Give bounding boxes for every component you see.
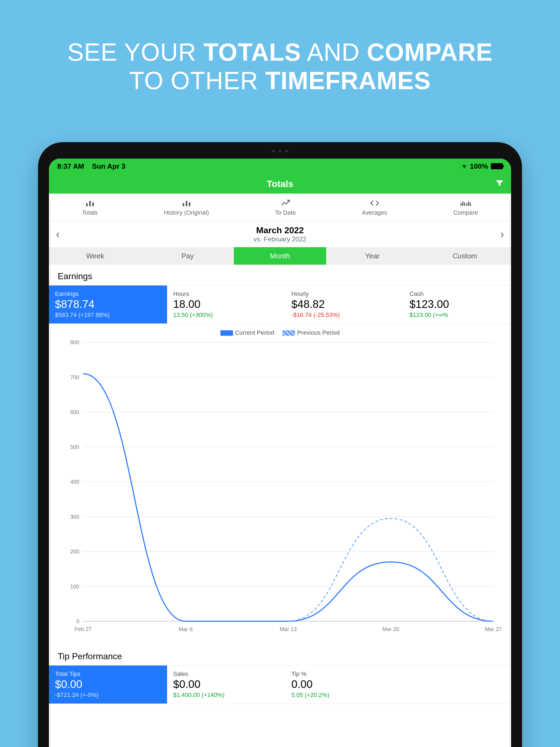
card-label: Hourly <box>291 290 397 298</box>
seg-custom[interactable]: Custom <box>418 247 511 265</box>
svg-rect-7 <box>462 201 463 206</box>
subtab-compare[interactable]: Compare <box>453 198 478 216</box>
card-value: $0.00 <box>55 678 161 690</box>
status-battery: 100% <box>470 162 488 171</box>
period-row: ‹ March 2022 vs. February 2022 › <box>49 221 511 247</box>
card-value: 0.00 <box>291 678 397 690</box>
card-value: $878.74 <box>55 298 161 310</box>
svg-rect-3 <box>183 203 184 206</box>
card-label: Tip % <box>291 670 397 677</box>
card-delta: 13.50 (+300%) <box>173 311 279 318</box>
segment-bar: Week Pay Month Year Custom <box>49 247 511 265</box>
card-tip-pct[interactable]: Tip % 0.00 5.05 (+20.2%) <box>285 666 403 703</box>
subtab-averages[interactable]: Averages <box>362 198 387 216</box>
svg-rect-0 <box>86 203 88 206</box>
legend-swatch-previous <box>282 330 295 336</box>
card-sales[interactable]: Sales $0.00 $1,400.00 (+140%) <box>167 666 285 703</box>
subtab-history[interactable]: History (Original) <box>164 198 209 216</box>
period-title: March 2022 <box>253 225 306 235</box>
card-value: $48.82 <box>291 298 397 310</box>
status-bar: 8:37 AM Sun Apr 3 100% <box>49 159 511 174</box>
card-cash[interactable]: Cash $123.00 $123.00 (+∞% <box>404 285 511 324</box>
battery-icon <box>491 163 503 169</box>
earnings-cards: Earnings $878.74 $583.74 (+197.88%) Hour… <box>49 285 511 324</box>
svg-rect-8 <box>464 202 465 206</box>
wifi-icon <box>461 163 467 169</box>
subtab-label: Compare <box>453 209 478 216</box>
card-label: Sales <box>173 670 279 677</box>
svg-text:Feb 27: Feb 27 <box>75 626 92 632</box>
svg-text:300: 300 <box>70 514 79 520</box>
period-subtitle: vs. February 2022 <box>253 235 306 243</box>
line-chart: 0100200300400500600700800Feb 27Mar 6Mar … <box>57 340 503 635</box>
svg-rect-10 <box>468 201 469 206</box>
code-icon <box>370 199 379 207</box>
compare-bars-icon <box>460 199 471 207</box>
card-hours[interactable]: Hours 18.00 13.50 (+300%) <box>167 285 285 324</box>
earnings-section-title: Earnings <box>49 265 511 285</box>
card-label: Earnings <box>55 290 161 298</box>
card-delta: $583.74 (+197.88%) <box>55 311 161 318</box>
page-title: Totals <box>266 179 294 189</box>
card-value: $0.00 <box>173 678 279 690</box>
card-delta: $1,400.00 (+140%) <box>173 692 279 699</box>
seg-year[interactable]: Year <box>326 247 418 265</box>
svg-text:Mar 27: Mar 27 <box>485 626 502 632</box>
tip-section-title: Tip Performance <box>49 645 511 665</box>
seg-month[interactable]: Month <box>234 247 326 265</box>
subtab-totals[interactable]: Totals <box>82 198 98 216</box>
legend-label-current: Current Period <box>235 329 274 336</box>
svg-text:600: 600 <box>70 409 79 415</box>
subtab-to-date[interactable]: To Date <box>275 198 296 216</box>
svg-text:200: 200 <box>70 548 79 555</box>
legend-swatch-current <box>221 330 233 336</box>
svg-text:800: 800 <box>70 340 79 345</box>
subtab-label: Totals <box>82 209 98 216</box>
legend-label-previous: Previous Period <box>297 329 339 336</box>
next-period-button[interactable]: › <box>501 228 504 240</box>
svg-text:Mar 20: Mar 20 <box>382 626 399 632</box>
card-label: Total Tips <box>55 670 161 677</box>
card-earnings[interactable]: Earnings $878.74 $583.74 (+197.88%) <box>49 285 167 324</box>
card-delta: -$16.74 (-25.53%) <box>291 311 397 318</box>
seg-week[interactable]: Week <box>49 247 142 265</box>
earnings-chart: Current Period Previous Period 010020030… <box>49 324 511 638</box>
status-time: 8:37 AM <box>57 162 84 170</box>
prev-period-button[interactable]: ‹ <box>56 228 59 240</box>
card-value: $123.00 <box>410 298 505 310</box>
svg-text:700: 700 <box>70 374 79 380</box>
chart-legend: Current Period Previous Period <box>57 329 503 336</box>
seg-pay[interactable]: Pay <box>142 247 234 265</box>
subtab-label: History (Original) <box>164 209 209 216</box>
subtab-bar: Totals History (Original) To Date Averag… <box>49 194 511 221</box>
svg-text:500: 500 <box>70 444 79 450</box>
card-total-tips[interactable]: Total Tips $0.00 -$721.24 (+-0%) <box>49 666 167 703</box>
svg-text:Mar 13: Mar 13 <box>280 626 297 632</box>
card-label: Cash <box>410 290 505 298</box>
status-date: Sun Apr 3 <box>92 162 126 170</box>
svg-rect-6 <box>460 203 462 206</box>
svg-rect-1 <box>89 201 91 206</box>
svg-text:400: 400 <box>70 479 79 485</box>
tip-cards: Total Tips $0.00 -$721.24 (+-0%) Sales $… <box>49 665 511 704</box>
svg-text:Mar 6: Mar 6 <box>179 626 193 632</box>
subtab-label: To Date <box>275 209 296 216</box>
card-label: Hours <box>173 290 279 298</box>
filter-button[interactable] <box>495 178 505 189</box>
funnel-icon <box>495 178 505 188</box>
card-value: 18.00 <box>173 298 279 310</box>
svg-text:100: 100 <box>70 584 79 590</box>
svg-rect-2 <box>92 202 94 206</box>
promo-headline: SEE YOUR TOTALS AND COMPARE TO OTHER TIM… <box>0 0 560 95</box>
svg-rect-9 <box>466 203 467 206</box>
svg-rect-5 <box>189 202 190 206</box>
svg-text:0: 0 <box>76 618 79 624</box>
trend-icon <box>281 199 290 207</box>
subtab-label: Averages <box>362 209 387 216</box>
navbar: Totals <box>49 174 511 194</box>
bar-chart-icon <box>182 199 191 207</box>
card-delta: 5.05 (+20.2%) <box>291 692 397 699</box>
card-hourly[interactable]: Hourly $48.82 -$16.74 (-25.53%) <box>285 285 403 324</box>
device-frame: 8:37 AM Sun Apr 3 100% Totals Totals <box>38 142 522 747</box>
card-delta: -$721.24 (+-0%) <box>55 692 161 699</box>
